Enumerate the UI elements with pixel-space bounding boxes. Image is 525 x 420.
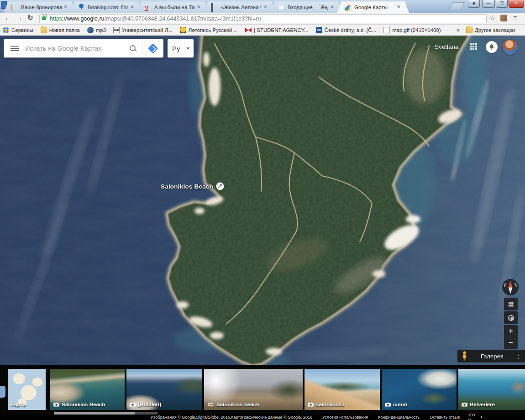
title-bar: Ваше бронирование в ✕ Booking.com: Госте… bbox=[0, 0, 525, 13]
scale-label: 100 м bbox=[468, 413, 478, 420]
partial-tile bbox=[0, 386, 5, 398]
bell-icon bbox=[488, 44, 495, 50]
search-input[interactable] bbox=[25, 45, 129, 52]
bookmark-chronicle[interactable]: Летопись Русской ... bbox=[180, 27, 238, 33]
minimize-button[interactable]: — bbox=[482, 0, 495, 8]
tab-google-maps[interactable]: Google Карты ✕ bbox=[337, 1, 409, 13]
tab-close-icon[interactable]: ✕ bbox=[263, 4, 268, 10]
map-canvas[interactable]: Ру Svetlana Salonikios Beach bbox=[0, 36, 525, 365]
attribution-text: Изображения © Google,DigitalGlobe, 2016,… bbox=[151, 415, 312, 420]
zoom-out-button[interactable]: − bbox=[504, 337, 518, 349]
bookmark-map-gif[interactable]: map.gif (2415×1400) bbox=[383, 27, 441, 33]
tab-close-icon[interactable]: ✕ bbox=[397, 4, 401, 10]
terms-link[interactable]: Условия использования bbox=[322, 415, 368, 420]
back-icon[interactable]: ← bbox=[5, 14, 11, 21]
double-chevron-down-icon[interactable]: ⌄⌄ bbox=[517, 353, 520, 359]
reload-icon[interactable]: ↻ bbox=[27, 14, 33, 22]
profile-button[interactable]: ☻ bbox=[468, 0, 480, 8]
divider bbox=[184, 40, 184, 58]
feedback-link[interactable]: Оставить отзыв bbox=[430, 415, 460, 420]
photosphere-icon bbox=[207, 402, 214, 407]
google-maps-icon bbox=[344, 4, 352, 11]
poi-label-salonikios-beach[interactable]: Salonikios Beach bbox=[161, 182, 224, 190]
gallery-photo-untitled[interactable]: [Untitled] bbox=[126, 369, 202, 410]
red-bow-icon bbox=[245, 27, 252, 33]
map-mode-tile[interactable]: Карта bbox=[8, 369, 46, 410]
search-icon[interactable] bbox=[129, 45, 136, 52]
gallery-photo-belvedere[interactable]: Belvedere bbox=[458, 369, 525, 410]
bookmarks-overflow-chevron[interactable]: » bbox=[457, 26, 460, 33]
bookmarks-bar: Сервисы Новая папка mp3 ISIIУниверситетс… bbox=[0, 25, 525, 36]
navigation-bar: ← → ↻ https://www.google.ru/maps/@40.570… bbox=[0, 13, 525, 25]
bookmark-new-folder[interactable]: Новая папка bbox=[41, 27, 80, 33]
grid-icon bbox=[509, 302, 514, 307]
new-tab-button[interactable] bbox=[449, 2, 465, 10]
language-label: Ру bbox=[168, 45, 183, 52]
bookmark-services[interactable]: Сервисы bbox=[3, 27, 33, 33]
tab-close-icon[interactable]: ✕ bbox=[330, 4, 334, 10]
page-icon bbox=[383, 27, 390, 33]
booking-logo-icon bbox=[11, 4, 18, 11]
camera-icon bbox=[130, 402, 136, 407]
bookmark-student-agency[interactable]: | STUDENT AGENCY... bbox=[245, 27, 309, 33]
language-selector[interactable]: Ру bbox=[168, 39, 194, 58]
beach-icon bbox=[216, 182, 224, 190]
bookmark-university[interactable]: ISIIУниверситетский Л... bbox=[113, 27, 173, 33]
gallery-photosphere-salonikios-beach[interactable]: Salonikios beach bbox=[204, 369, 303, 410]
apps-grid-icon bbox=[3, 27, 9, 33]
gallery-photo-culori[interactable]: culori bbox=[382, 369, 457, 410]
map-pin-icon bbox=[78, 4, 85, 11]
folder-icon bbox=[41, 27, 47, 33]
tab-yandex-mail[interactable]: Входящие — Яндекс.П ✕ bbox=[270, 1, 342, 13]
my-location-button[interactable] bbox=[504, 311, 518, 324]
gallery-photo-salonikios1[interactable]: salonikios1 bbox=[304, 369, 380, 410]
notifications-button[interactable] bbox=[486, 41, 498, 53]
pegman-icon[interactable] bbox=[462, 351, 467, 361]
gallery-toggle-bar[interactable]: Галерея ⌄⌄ bbox=[457, 350, 525, 362]
isii-icon: ISII bbox=[113, 27, 120, 33]
bookmark-ceske-drahy[interactable]: ČDČeské dráhy, a.s. (Č... bbox=[316, 27, 377, 33]
camera-icon bbox=[53, 402, 59, 407]
close-button[interactable]: ✕ bbox=[509, 0, 524, 8]
chevron-down-icon[interactable] bbox=[186, 47, 190, 50]
gallery-photo-salonikios-beach[interactable]: Salonikios Beach bbox=[50, 369, 125, 410]
tab-close-icon[interactable]: ✕ bbox=[130, 4, 134, 10]
zoom-in-button[interactable]: + bbox=[504, 325, 518, 337]
scale-line bbox=[481, 416, 525, 418]
camera-icon bbox=[462, 402, 467, 407]
tab-booking-guest[interactable]: Booking.com: Гостевой ✕ bbox=[70, 1, 142, 13]
address-bar[interactable]: https://www.google.ru/maps/@40.5706848,2… bbox=[39, 14, 487, 23]
directions-button[interactable] bbox=[142, 39, 163, 58]
photo-gallery-strip: Карта Salonikios Beach [Untitled] Saloni… bbox=[0, 365, 525, 415]
tab-chekhov-audio[interactable]: «Жизнь Антона Чехова ✕ bbox=[204, 1, 276, 13]
camera-icon bbox=[385, 402, 391, 407]
other-bookmarks-button[interactable]: Другие закладки bbox=[466, 27, 515, 33]
crest-icon bbox=[180, 27, 186, 33]
tab-booking-confirmation[interactable]: Ваше бронирование в ✕ bbox=[4, 1, 76, 13]
cd-icon: ČD bbox=[316, 27, 322, 33]
tab-strip: Ваше бронирование в ✕ Booking.com: Госте… bbox=[4, 1, 404, 13]
privacy-link[interactable]: Конфиденциальность bbox=[378, 415, 420, 420]
lock-icon bbox=[42, 16, 46, 20]
url-host: ://www.google.ru bbox=[62, 16, 104, 22]
bookmark-star-icon[interactable]: ☆ bbox=[489, 14, 495, 22]
bookmark-mp3[interactable]: mp3 bbox=[87, 27, 106, 33]
tilt-grid-button[interactable] bbox=[504, 298, 518, 310]
compass-control[interactable] bbox=[502, 278, 519, 296]
tab-close-icon[interactable]: ✕ bbox=[197, 4, 201, 10]
url-scheme: https bbox=[50, 16, 62, 22]
extension-icon[interactable] bbox=[500, 15, 507, 21]
location-icon bbox=[508, 315, 514, 321]
chrome-menu-icon[interactable]: ≡ bbox=[513, 14, 517, 21]
map-scale: 100 м bbox=[468, 413, 525, 420]
tab-thassos-forum[interactable]: А А вы были на Тасосе? ✕ bbox=[137, 1, 209, 13]
satellite-map bbox=[0, 36, 525, 365]
google-apps-grid-icon[interactable] bbox=[470, 43, 477, 50]
forward-icon[interactable]: → bbox=[16, 14, 22, 21]
hamburger-menu-icon[interactable] bbox=[10, 46, 19, 51]
maximize-button[interactable]: ❐ bbox=[496, 0, 508, 8]
tab-close-icon[interactable]: ✕ bbox=[63, 4, 68, 10]
avatar[interactable] bbox=[503, 40, 518, 55]
account-name[interactable]: Svetlana bbox=[435, 43, 459, 50]
maps-search-box[interactable] bbox=[4, 39, 163, 58]
